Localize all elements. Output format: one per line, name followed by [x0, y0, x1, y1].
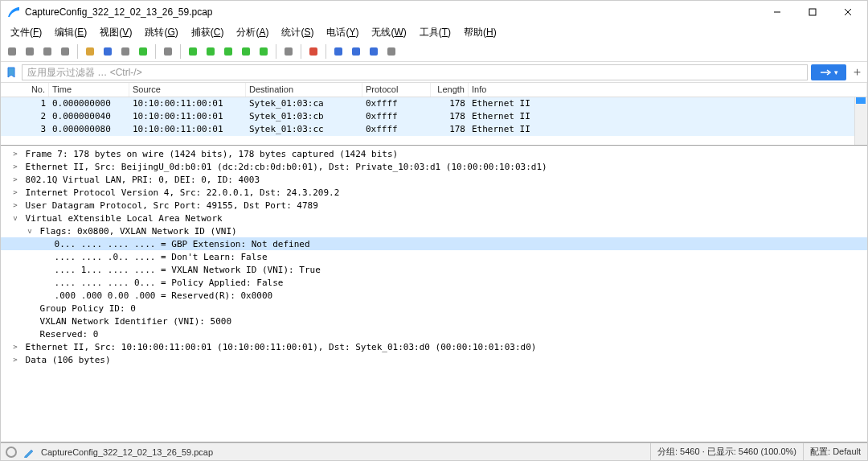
toolbar-first-icon[interactable]	[238, 43, 254, 60]
detail-row[interactable]: > Ethernet II, Src: BeijingU_0d:b0:01 (d…	[1, 160, 867, 173]
col-no[interactable]: No.	[1, 83, 49, 97]
toolbar-separator	[276, 44, 276, 59]
close-button[interactable]	[830, 1, 866, 23]
minimize-button[interactable]	[760, 1, 795, 23]
detail-row[interactable]: v Virtual eXtensible Local Area Network	[1, 212, 867, 224]
detail-row[interactable]: > Frame 7: 178 bytes on wire (1424 bits)…	[1, 147, 867, 160]
display-filter-input[interactable]	[22, 64, 808, 80]
toolbar-jump-icon[interactable]	[220, 43, 236, 60]
toolbar-open-icon[interactable]	[82, 43, 98, 60]
toolbar-stop-icon[interactable]	[22, 43, 38, 60]
tree-toggle-icon[interactable]: >	[10, 356, 20, 364]
svg-rect-7	[61, 47, 69, 56]
detail-row[interactable]: .... .... .0.. .... = Don't Learn: False	[1, 250, 867, 263]
tree-toggle-icon	[25, 330, 35, 338]
menu-item-9[interactable]: 工具(T)	[413, 24, 457, 41]
scrollbar[interactable]	[854, 97, 867, 145]
col-source[interactable]: Source	[129, 83, 246, 97]
statusbar: CaptureConfig_322_12_02_13_26_59.pcap 分组…	[1, 442, 867, 460]
tree-toggle-icon[interactable]: >	[10, 343, 20, 351]
menu-item-8[interactable]: 无线(W)	[365, 24, 412, 41]
col-time[interactable]: Time	[49, 83, 129, 97]
toolbar-start-icon[interactable]	[4, 43, 20, 60]
svg-rect-14	[207, 47, 215, 56]
toolbar-separator	[77, 44, 78, 59]
toolbar-options-icon[interactable]	[57, 43, 73, 60]
toolbar-restart-icon[interactable]	[39, 43, 55, 60]
tree-toggle-icon[interactable]: >	[10, 201, 20, 209]
edit-capture-icon[interactable]	[23, 447, 35, 458]
menu-item-1[interactable]: 编辑(E)	[48, 24, 93, 41]
detail-row[interactable]: .... 1... .... .... = VXLAN Network ID (…	[1, 263, 867, 276]
svg-rect-13	[189, 47, 197, 56]
tree-toggle-icon[interactable]: >	[10, 175, 20, 183]
menu-item-7[interactable]: 电话(Y)	[320, 24, 365, 41]
col-destination[interactable]: Destination	[246, 83, 362, 97]
toolbar-colorize-icon[interactable]	[305, 43, 321, 60]
app-window: CaptureConfig_322_12_02_13_26_59.pcap 文件…	[0, 0, 868, 461]
tree-toggle-icon[interactable]: v	[25, 227, 35, 235]
tree-toggle-icon	[39, 253, 49, 261]
packet-list-header[interactable]: No. Time Source Destination Protocol Len…	[1, 83, 867, 97]
col-info[interactable]: Info	[469, 83, 867, 97]
tree-toggle-icon[interactable]: >	[10, 150, 20, 158]
detail-row[interactable]: > Ethernet II, Src: 10:10:00:11:00:01 (1…	[1, 340, 867, 353]
tree-toggle-icon[interactable]: >	[10, 188, 20, 196]
toolbar-save-icon[interactable]	[100, 43, 116, 60]
detail-row[interactable]: VXLAN Network Identifier (VNI): 5000	[1, 315, 867, 327]
tree-toggle-icon	[39, 265, 49, 274]
svg-rect-6	[43, 47, 51, 56]
apply-filter-button[interactable]: ▾	[811, 64, 846, 80]
packet-row[interactable]: 20.00000004010:10:00:11:00:01Sytek_01:03…	[1, 110, 867, 123]
toolbar-reload-icon[interactable]	[135, 43, 151, 60]
menu-item-5[interactable]: 分析(A)	[230, 24, 275, 41]
svg-rect-4	[8, 47, 16, 56]
toolbar-close-icon[interactable]	[117, 43, 133, 60]
expert-info-icon[interactable]	[6, 447, 17, 458]
toolbar-autoscroll-icon[interactable]	[280, 43, 297, 60]
detail-row[interactable]: > Data (106 bytes)	[1, 353, 867, 366]
toolbar-last-icon[interactable]	[256, 43, 272, 60]
menu-item-0[interactable]: 文件(F)	[4, 24, 48, 41]
toolbar-separator	[155, 44, 156, 59]
packet-details-pane[interactable]: > Frame 7: 178 bytes on wire (1424 bits)…	[1, 146, 867, 442]
tree-toggle-icon[interactable]: v	[10, 214, 20, 222]
scrollbar-thumb[interactable]	[856, 97, 866, 104]
detail-row[interactable]: > User Datagram Protocol, Src Port: 4915…	[1, 199, 867, 212]
maximize-button[interactable]	[795, 1, 830, 23]
detail-row[interactable]: .... .... .... 0... = Policy Applied: Fa…	[1, 276, 867, 289]
menu-item-4[interactable]: 捕获(C)	[185, 24, 231, 41]
toolbar-separator	[326, 44, 326, 59]
add-filter-button[interactable]: ＋	[850, 65, 864, 80]
menu-item-3[interactable]: 跳转(G)	[138, 24, 184, 41]
packet-row[interactable]: 10.00000000010:10:00:11:00:01Sytek_01:03…	[1, 97, 867, 110]
menu-item-6[interactable]: 统计(S)	[275, 24, 320, 41]
menu-item-2[interactable]: 视图(V)	[93, 24, 138, 41]
packet-row[interactable]: 30.00000008010:10:00:11:00:01Sytek_01:03…	[1, 123, 867, 136]
toolbar-zoomout-icon[interactable]	[348, 43, 364, 60]
toolbar-zoomin-icon[interactable]	[330, 43, 346, 60]
menu-item-10[interactable]: 帮助(H)	[457, 24, 503, 41]
toolbar-fwd-icon[interactable]	[203, 43, 219, 60]
detail-row[interactable]: Reserved: 0	[1, 327, 867, 340]
col-protocol[interactable]: Protocol	[362, 83, 431, 97]
detail-row[interactable]: Group Policy ID: 0	[1, 302, 867, 315]
toolbar-resize-icon[interactable]	[383, 43, 399, 60]
toolbar-find-icon[interactable]	[160, 43, 176, 60]
detail-row[interactable]: > 802.1Q Virtual LAN, PRI: 0, DEI: 0, ID…	[1, 173, 867, 186]
svg-rect-16	[242, 47, 250, 56]
menubar: 文件(F)编辑(E)视图(V)跳转(G)捕获(C)分析(A)统计(S)电话(Y)…	[1, 23, 867, 41]
tree-toggle-icon[interactable]: >	[10, 163, 20, 171]
toolbar-zoom100-icon[interactable]	[366, 43, 382, 60]
svg-rect-21	[352, 47, 360, 56]
col-length[interactable]: Length	[431, 83, 469, 97]
status-profile[interactable]: 配置: Default	[803, 443, 867, 460]
svg-rect-18	[285, 47, 293, 56]
packet-list-body[interactable]: 10.00000000010:10:00:11:00:01Sytek_01:03…	[1, 97, 867, 145]
detail-row[interactable]: .000 .000 0.00 .000 = Reserved(R): 0x000…	[1, 289, 867, 302]
detail-row[interactable]: 0... .... .... .... = GBP Extension: Not…	[1, 237, 867, 250]
toolbar-back-icon[interactable]	[185, 43, 201, 60]
bookmark-icon[interactable]	[4, 65, 18, 80]
detail-row[interactable]: > Internet Protocol Version 4, Src: 22.0…	[1, 186, 867, 199]
detail-row[interactable]: v Flags: 0x0800, VXLAN Network ID (VNI)	[1, 224, 867, 237]
